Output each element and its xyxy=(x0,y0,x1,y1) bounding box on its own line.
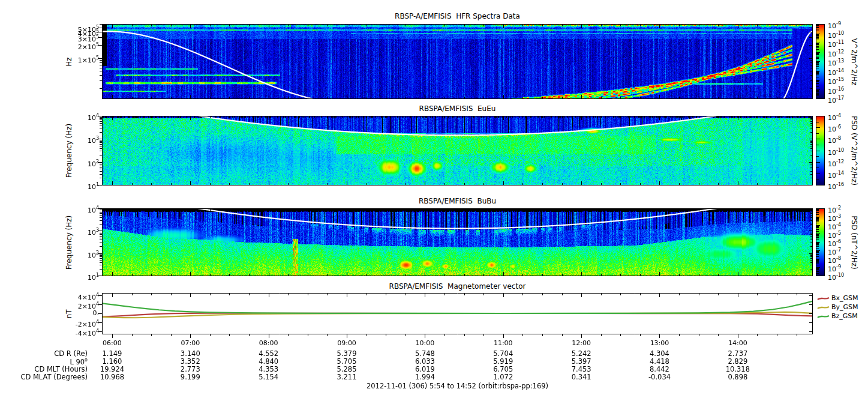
panel-title-euu: RBSPA/EMFISIS EuEu xyxy=(102,104,813,113)
ytick-label-panel2: 102 xyxy=(0,249,99,260)
bubu-colorbar xyxy=(816,208,825,276)
table-cell: 4.552 xyxy=(244,349,294,358)
table-cell: 4.353 xyxy=(244,365,294,373)
panel-title-magnetometer: RBSPA/EMFISIS Magnetometer vector xyxy=(102,282,813,291)
table-cell: 5.242 xyxy=(556,349,606,358)
table-cell: 3.140 xyxy=(165,349,215,358)
euu-colorbar-unit-label: PSD (V^2/m^2/Hz) xyxy=(850,116,858,185)
table-cell: 1.072 xyxy=(478,373,528,381)
colorbar-tick-label-panel1: 10-10 xyxy=(828,146,844,157)
euu-spectrogram-canvas xyxy=(96,116,813,185)
table-cell: 2.737 xyxy=(713,349,763,358)
colorbar-tick-label-panel1: 10-6 xyxy=(828,123,841,134)
hfr-colorbar xyxy=(816,24,825,99)
panel-title-bubu: RBSPA/EMFISIS BuBu xyxy=(102,197,813,205)
ytick-label-panel2: 103 xyxy=(0,226,99,237)
table-cell: 5.154 xyxy=(244,373,294,381)
table-cell: 0.341 xyxy=(556,373,606,381)
y-axis-label-bubu: Frequency (Hz) xyxy=(65,215,73,270)
table-cell: 6.705 xyxy=(478,365,528,373)
time-tick-label: 11:00 xyxy=(485,339,521,348)
y-axis-label-euu: Frequency (Hz) xyxy=(65,124,73,178)
table-cell: 1.160 xyxy=(87,357,137,366)
table-cell: 5.379 xyxy=(322,349,372,358)
table-cell: 4.840 xyxy=(244,357,294,366)
colorbar-tick-label-panel1: 10-14 xyxy=(828,169,844,180)
legend-label: Bz_GSM xyxy=(831,312,858,320)
ytick-label-panel0: 2×105 xyxy=(0,41,99,52)
table-cell: 4.304 xyxy=(634,349,684,358)
time-tick-label: 10:00 xyxy=(407,339,443,348)
table-cell: 3.211 xyxy=(322,373,372,381)
table-cell: 6.033 xyxy=(400,357,450,366)
legend-item-by_gsm: By_GSM xyxy=(817,303,858,311)
table-cell: 5.704 xyxy=(478,349,528,358)
colorbar-tick-label-panel2: 10-10 xyxy=(828,271,844,282)
table-cell: 10.968 xyxy=(87,373,137,381)
time-tick-label: 14:00 xyxy=(720,339,756,348)
time-tick-label: 07:00 xyxy=(172,339,208,348)
ytick-label-panel2: 101 xyxy=(0,271,99,282)
legend-label: By_GSM xyxy=(831,303,858,311)
table-cell: 7.453 xyxy=(556,365,606,373)
table-cell: 4.418 xyxy=(634,357,684,366)
table-cell: 9.199 xyxy=(165,373,215,381)
page-root: RBSP-A/EMFISIS HFR Spectra Data RBSPA/EM… xyxy=(0,0,868,395)
table-cell: 5.397 xyxy=(556,357,606,366)
table-cell: 19.924 xyxy=(87,365,137,373)
legend-line-swatch xyxy=(817,295,830,302)
table-cell: 10.318 xyxy=(713,365,763,373)
time-tick-label: 06:00 xyxy=(94,339,130,348)
table-cell: 5.705 xyxy=(322,357,372,366)
colorbar-tick-label-panel1: 10-8 xyxy=(828,134,841,145)
colorbar-tick-label-panel1: 10-12 xyxy=(828,158,844,169)
table-cell: 1.994 xyxy=(400,373,450,381)
magnetometer-chart-canvas xyxy=(96,293,813,340)
table-cell: 8.442 xyxy=(634,365,684,373)
hfr-spectrogram-canvas xyxy=(96,24,813,99)
table-cell: 2.829 xyxy=(713,357,763,366)
hfr-colorbar-unit-label: V^2/m^2/Hz xyxy=(850,38,858,85)
time-tick-label: 08:00 xyxy=(251,339,287,348)
euu-colorbar xyxy=(816,116,825,185)
legend-line-swatch xyxy=(817,313,830,320)
ytick-label-panel1: 101 xyxy=(0,181,99,191)
table-cell: 1.149 xyxy=(87,349,137,358)
ytick-label-panel2: 104 xyxy=(0,204,99,215)
bubu-colorbar-unit-label: PSD (nT^2/Hz) xyxy=(850,216,858,269)
table-cell: 2.773 xyxy=(165,365,215,373)
legend-line-swatch xyxy=(817,304,830,311)
bubu-spectrogram-canvas xyxy=(96,208,813,276)
ytick-label-panel3: 0. xyxy=(0,309,99,318)
table-row-label: CD R (Re) xyxy=(0,349,88,358)
time-tick-label: 13:00 xyxy=(641,339,677,348)
table-row-label: CD MLT (Hours) xyxy=(0,365,88,373)
footer-caption: 2012-11-01 (306) 5:54 to 14:52 (orbit:rb… xyxy=(102,382,813,390)
table-cell: 5.285 xyxy=(322,365,372,373)
colorbar-tick-label-panel1: 10-16 xyxy=(828,181,844,191)
panel-title-hfr: RBSP-A/EMFISIS HFR Spectra Data xyxy=(102,12,813,20)
time-tick-label: 12:00 xyxy=(563,339,599,348)
ytick-label-panel0: 1×105 xyxy=(0,54,99,65)
legend-item-bz_gsm: Bz_GSM xyxy=(817,312,858,320)
time-tick-label: 09:00 xyxy=(329,339,365,348)
table-cell: 0.898 xyxy=(713,373,763,381)
table-cell: 5.748 xyxy=(400,349,450,358)
table-cell: -0.034 xyxy=(634,373,684,381)
legend-label: Bx_GSM xyxy=(831,294,858,302)
table-row-label: CD MLAT (Degrees) xyxy=(0,373,88,381)
ytick-label-panel1: 102 xyxy=(0,158,99,169)
ytick-label-panel1: 103 xyxy=(0,134,99,145)
table-cell: 6.019 xyxy=(400,365,450,373)
ytick-label-panel3: -4×104 xyxy=(0,327,99,338)
legend-item-bx_gsm: Bx_GSM xyxy=(817,294,858,302)
colorbar-tick-label-panel1: 10-4 xyxy=(828,112,841,122)
colorbar-tick-label-panel0: 10-17 xyxy=(828,94,844,105)
ytick-label-panel1: 104 xyxy=(0,112,99,122)
table-cell: 5.919 xyxy=(478,357,528,366)
table-cell: 3.352 xyxy=(165,357,215,366)
